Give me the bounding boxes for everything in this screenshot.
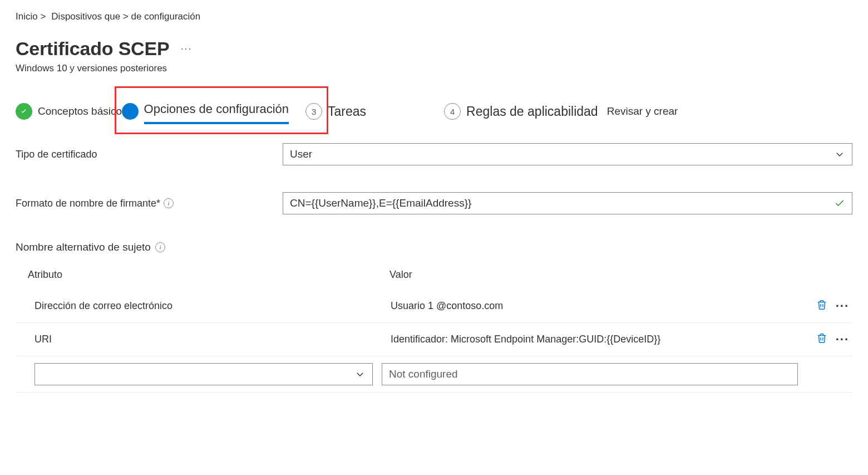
breadcrumb-item-devices[interactable]: Dispositivos que > de configuración bbox=[51, 11, 200, 22]
wizard-steps: Conceptos básicos Opciones de configurac… bbox=[16, 102, 852, 121]
step-label: Tareas bbox=[328, 104, 366, 119]
row-more-icon[interactable]: ··· bbox=[836, 299, 849, 314]
certificate-type-label: Tipo de certificado bbox=[16, 149, 283, 160]
breadcrumb-item-home[interactable]: Inicio > bbox=[16, 11, 46, 22]
input-value: CN={{UserName}},E={{EmailAddress}} bbox=[290, 197, 471, 209]
page-subtitle: Windows 10 y versiones posteriores bbox=[16, 63, 852, 74]
chevron-down-icon bbox=[834, 149, 845, 160]
san-attr: URI bbox=[34, 334, 391, 345]
delete-icon[interactable] bbox=[816, 332, 828, 347]
step-tasks[interactable]: 3 Tareas bbox=[305, 103, 366, 120]
step-configuration[interactable]: Opciones de configuración bbox=[122, 102, 289, 121]
info-icon[interactable]: i bbox=[155, 242, 165, 252]
step-label: Conceptos básicos bbox=[38, 105, 127, 117]
san-row: URI Identificador: Microsoft Endpoint Ma… bbox=[16, 323, 852, 356]
step-label: Reglas de aplicabilidad bbox=[466, 104, 598, 119]
san-attr: Dirección de correo electrónico bbox=[34, 300, 391, 312]
step-number-icon: 4 bbox=[444, 103, 461, 120]
step-number-icon bbox=[122, 103, 139, 120]
row-more-icon[interactable]: ··· bbox=[836, 332, 849, 347]
san-column-attribute: Atributo bbox=[28, 269, 389, 281]
san-section-title: Nombre alternativo de sujeto i bbox=[16, 241, 852, 253]
info-icon[interactable]: i bbox=[164, 198, 174, 208]
san-column-value: Valor bbox=[389, 269, 840, 281]
certificate-type-select[interactable]: User bbox=[283, 143, 852, 165]
subject-name-format-input[interactable]: CN={{UserName}},E={{EmailAddress}} bbox=[283, 192, 852, 214]
san-new-row: Not configured bbox=[16, 356, 852, 393]
page-title: Certificado SCEP bbox=[16, 38, 169, 60]
input-placeholder: Not configured bbox=[389, 368, 458, 380]
step-label: Revisar y crear bbox=[607, 105, 678, 117]
subject-name-format-label: Formato de nombre de firmante* i bbox=[16, 198, 283, 209]
step-basics[interactable]: Conceptos básicos bbox=[16, 103, 127, 120]
step-number-icon: 3 bbox=[305, 103, 322, 120]
san-new-attribute-select[interactable] bbox=[34, 363, 373, 385]
san-value: Usuario 1 @contoso.com bbox=[391, 300, 816, 312]
san-value: Identificador: Microsoft Endpoint Manage… bbox=[391, 334, 816, 345]
checkmark-icon bbox=[16, 103, 32, 120]
checkmark-icon bbox=[834, 198, 845, 209]
step-applicability[interactable]: 4 Reglas de aplicabilidad bbox=[444, 103, 598, 120]
san-new-value-input[interactable]: Not configured bbox=[382, 363, 798, 385]
step-review[interactable]: Revisar y crear bbox=[607, 105, 678, 117]
san-table: Atributo Valor Dirección de correo elect… bbox=[16, 269, 852, 393]
chevron-down-icon bbox=[354, 369, 366, 380]
delete-icon[interactable] bbox=[816, 298, 828, 314]
select-value: User bbox=[290, 148, 312, 160]
more-actions-button[interactable]: ··· bbox=[180, 43, 192, 55]
active-step-underline bbox=[144, 122, 289, 124]
breadcrumb: Inicio > Dispositivos que > de configura… bbox=[16, 11, 852, 22]
step-label: Opciones de configuración bbox=[144, 102, 289, 116]
san-row: Dirección de correo electrónico Usuario … bbox=[16, 290, 852, 323]
